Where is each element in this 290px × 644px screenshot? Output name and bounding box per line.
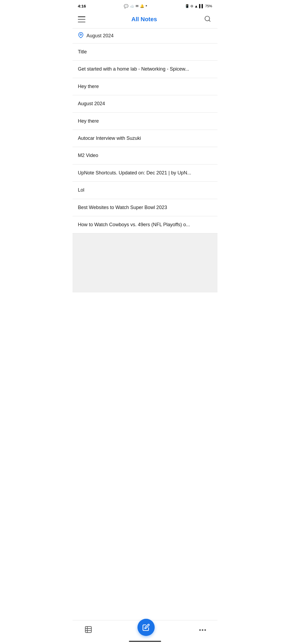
cloud-icon: ☁️ (130, 4, 134, 8)
search-icon (204, 15, 211, 22)
list-item[interactable]: August 2024 (73, 95, 218, 112)
status-icons: 💬 ☁️ ✉ 🔔 • (124, 3, 147, 9)
note-title: Get started with a home lab - Networking… (78, 66, 189, 72)
note-title: Lol (78, 187, 84, 193)
mail-icon: ✉ (136, 4, 139, 8)
app-header: All Notes (73, 11, 218, 28)
notes-list: TitleGet started with a home lab - Netwo… (73, 43, 218, 233)
empty-bottom-area (73, 233, 218, 292)
note-title: How to Watch Cowboys vs. 49ers (NFL Play… (78, 222, 190, 227)
page-title: All Notes (131, 16, 157, 23)
menu-button[interactable] (78, 16, 85, 22)
list-item[interactable]: How to Watch Cowboys vs. 49ers (NFL Play… (73, 216, 218, 233)
list-item[interactable]: Get started with a home lab - Networking… (73, 61, 218, 78)
pinned-label: August 2024 (86, 33, 114, 39)
dot-indicator: • (146, 3, 147, 9)
pinned-section: August 2024 (73, 28, 218, 43)
note-title: UpNote Shortcuts. Updated on: Dec 2021 |… (78, 170, 191, 175)
notification-icon: 🔔 (140, 4, 144, 8)
list-item[interactable]: UpNote Shortcuts. Updated on: Dec 2021 |… (73, 164, 218, 182)
pin-icon (78, 32, 84, 39)
whatsapp-icon: 💬 (124, 4, 128, 8)
vibrate-icon: 📳 (185, 4, 189, 8)
note-title: Title (78, 49, 87, 54)
dnd-icon: ⊖ (190, 4, 193, 8)
hamburger-line-3 (78, 22, 85, 23)
list-item[interactable]: Title (73, 43, 218, 61)
note-title: Best Websites to Watch Super Bowl 2023 (78, 205, 167, 210)
note-title: Hey there (78, 118, 99, 124)
status-right: 📳 ⊖ ▲ ▌▌ 75% (185, 4, 212, 8)
note-title: M2 Video (78, 153, 98, 158)
svg-line-1 (209, 20, 210, 21)
list-item[interactable]: M2 Video (73, 147, 218, 164)
signal-icon: ▌▌ (199, 4, 204, 8)
note-title: August 2024 (78, 101, 105, 106)
list-item[interactable]: Hey there (73, 113, 218, 130)
svg-point-2 (80, 34, 82, 35)
list-item[interactable]: Hey there (73, 78, 218, 95)
note-title: Hey there (78, 84, 99, 89)
wifi-icon: ▲ (194, 4, 198, 8)
search-button[interactable] (203, 14, 212, 24)
list-item[interactable]: Best Websites to Watch Super Bowl 2023 (73, 199, 218, 216)
status-time: 4:16 (78, 4, 86, 8)
list-item[interactable]: Lol (73, 182, 218, 199)
list-item[interactable]: Autocar Interview with Suzuki (73, 130, 218, 147)
status-bar: 4:16 💬 ☁️ ✉ 🔔 • 📳 ⊖ ▲ ▌▌ 75% (73, 0, 218, 11)
note-title: Autocar Interview with Suzuki (78, 136, 141, 141)
hamburger-line-2 (78, 19, 85, 20)
battery-percentage: 75% (205, 4, 212, 8)
hamburger-line-1 (78, 16, 85, 17)
